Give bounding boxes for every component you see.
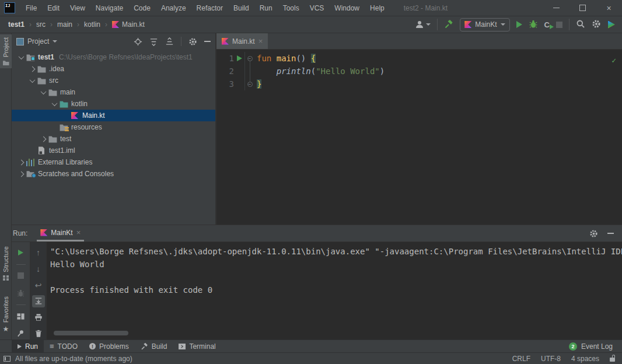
expand-arrow[interactable] (50, 102, 59, 106)
breadcrumb-file[interactable]: Main.kt (112, 20, 145, 29)
menu-refactor[interactable]: Refactor (191, 0, 228, 16)
run-configuration-select[interactable]: MainKt (460, 18, 509, 32)
clear-all-icon[interactable] (32, 327, 45, 340)
keyword-token: fun (257, 54, 277, 63)
code-line-1[interactable]: fun main() { (257, 52, 385, 65)
stripe-button-structure[interactable]: Structure (0, 243, 12, 284)
breadcrumb-project[interactable]: test1 (8, 20, 25, 29)
tree-item-idea[interactable]: .idea (12, 63, 215, 75)
code-line-3[interactable]: } (257, 78, 385, 90)
search-everywhere-button[interactable] (576, 19, 585, 30)
menu-view[interactable]: View (65, 0, 90, 16)
editor-tab-main-kt[interactable]: Main.kt × (216, 33, 268, 49)
encoding-indicator[interactable]: UTF-8 (541, 355, 561, 363)
debug-button[interactable] (529, 19, 538, 30)
build-project-button[interactable] (444, 19, 453, 30)
gear-icon[interactable] (589, 229, 598, 238)
close-button[interactable]: × (596, 0, 622, 16)
tree-item-test[interactable]: test (12, 133, 215, 145)
menu-navigate[interactable]: Navigate (90, 0, 128, 16)
expand-arrow[interactable] (39, 90, 48, 94)
collapse-all-icon[interactable] (165, 37, 174, 46)
tree-item-external-libraries[interactable]: External Libraries (12, 156, 215, 168)
print-icon[interactable] (32, 312, 45, 324)
fold-start-icon[interactable]: − (247, 56, 253, 61)
down-stack-trace-icon[interactable]: ↓ (32, 263, 45, 275)
close-tab-icon[interactable]: × (76, 229, 81, 236)
menu-file[interactable]: File (20, 0, 42, 16)
breadcrumb-kotlin[interactable]: kotlin (84, 20, 100, 29)
settings-button[interactable] (592, 19, 601, 30)
inspections-ok-icon[interactable]: ✓ (611, 54, 616, 67)
menu-build[interactable]: Build (228, 0, 254, 16)
restore-layout-icon[interactable] (15, 310, 27, 323)
code-line-2[interactable]: println("Hello World") (257, 65, 385, 78)
tree-item-kotlin[interactable]: kotlin (12, 98, 215, 110)
attach-debugger-icon[interactable] (15, 287, 27, 299)
hide-panel-icon[interactable] (204, 41, 211, 42)
indent-indicator[interactable]: 4 spaces (571, 355, 599, 363)
tree-item-test1-iml[interactable]: test1.iml (12, 145, 215, 156)
expand-all-icon[interactable] (149, 37, 158, 46)
breadcrumb-main[interactable]: main (57, 20, 72, 29)
stripe-button-favorites[interactable]: Favorites ★ (0, 293, 12, 335)
maximize-button[interactable] (569, 0, 596, 16)
soft-wrap-icon[interactable]: ↩ (32, 279, 45, 291)
run-console[interactable]: "C:\Users\Borge Refsnes\.jdks\adopt-open… (47, 242, 622, 340)
chevron-down-icon[interactable] (53, 40, 57, 43)
toolwindow-terminal[interactable]: Terminal (173, 340, 221, 352)
menu-run[interactable]: Run (254, 0, 278, 16)
rerun-button[interactable] (15, 247, 27, 259)
editor-body[interactable]: 1 2 3 − − fun main() { println("Hello Wo… (216, 50, 622, 90)
stripe-button-project[interactable]: Project (0, 34, 12, 68)
hide-panel-icon[interactable] (607, 233, 614, 234)
toolwindow-todo[interactable]: ≡ TODO (44, 340, 83, 352)
menu-analyze[interactable]: Analyze (156, 0, 191, 16)
line-ending-indicator[interactable]: CRLF (512, 355, 530, 363)
toolwindow-toggle-icon[interactable] (4, 356, 11, 362)
expand-arrow[interactable] (27, 79, 37, 83)
tree-item-src[interactable]: src (12, 75, 215, 86)
tree-item-main-kt[interactable]: Main.kt (12, 110, 215, 121)
unlock-icon[interactable] (610, 358, 615, 362)
gear-icon[interactable] (188, 37, 197, 46)
expand-arrow[interactable] (16, 160, 26, 164)
menu-vcs[interactable]: VCS (305, 0, 330, 16)
menu-edit[interactable]: Edit (42, 0, 65, 16)
menu-tools[interactable]: Tools (278, 0, 305, 16)
minimize-button[interactable] (543, 0, 569, 16)
tree-item-resources[interactable]: resources (12, 121, 215, 133)
code-area[interactable]: fun main() { println("Hello World") } (254, 52, 385, 90)
stop-button[interactable] (556, 22, 562, 28)
vcs-user-button[interactable] (415, 20, 431, 29)
expand-arrow[interactable] (27, 67, 37, 71)
run-line-icon[interactable] (237, 55, 242, 61)
tree-item-test1[interactable]: test1 C:\Users\Borge Refsnes\IdeaProject… (12, 51, 215, 63)
run-with-coverage-button[interactable]: C (544, 20, 550, 29)
stop-button[interactable] (15, 270, 27, 282)
profiler-icon[interactable] (607, 21, 615, 29)
toolwindow-problems[interactable]: ! Problems (83, 340, 135, 352)
toolwindow-run[interactable]: Run (12, 340, 44, 352)
pin-tab-icon[interactable] (15, 327, 27, 340)
tree-item-main[interactable]: main (12, 86, 215, 98)
horizontal-scrollbar[interactable] (54, 331, 128, 335)
toolwindow-build[interactable]: Build (135, 340, 173, 352)
run-button[interactable] (516, 21, 522, 28)
breadcrumb-src[interactable]: src (36, 20, 46, 29)
up-stack-trace-icon[interactable]: ↑ (32, 247, 45, 259)
menu-code[interactable]: Code (128, 0, 156, 16)
tree-item-scratches[interactable]: Scratches and Consoles (12, 168, 215, 180)
menu-help[interactable]: Help (365, 0, 390, 16)
menu-window[interactable]: Window (329, 0, 365, 16)
run-tab-mainkt[interactable]: MainKt × (37, 225, 84, 242)
expand-arrow[interactable] (16, 55, 26, 60)
close-tab-icon[interactable]: × (258, 37, 263, 45)
locate-file-icon[interactable] (134, 37, 142, 46)
event-log-button[interactable]: 2 Event Log (569, 342, 622, 351)
project-panel-title[interactable]: Project (27, 37, 49, 46)
expand-arrow[interactable] (39, 137, 48, 141)
expand-arrow[interactable] (16, 172, 26, 176)
scroll-to-end-icon[interactable] (32, 295, 45, 307)
fold-end-icon[interactable]: − (247, 82, 253, 87)
